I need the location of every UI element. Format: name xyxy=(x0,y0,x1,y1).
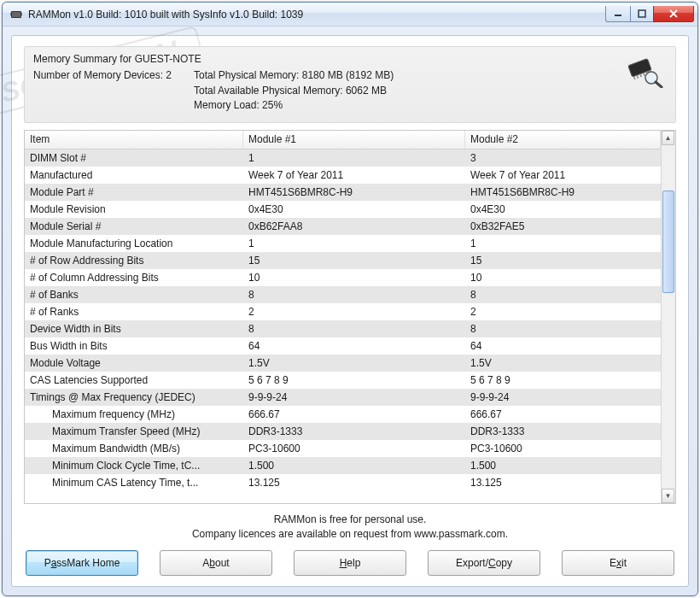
cell-item: DIMM Slot # xyxy=(25,152,243,164)
cell-item: Bus Width in Bits xyxy=(25,340,243,352)
col-header-m1[interactable]: Module #1 xyxy=(243,131,465,149)
exit-button[interactable]: Exit xyxy=(562,550,674,576)
cell-m2: 1 xyxy=(465,237,661,249)
scroll-up-arrow-icon[interactable]: ▲ xyxy=(662,131,674,145)
table-row[interactable]: Minimum Clock Cycle Time, tC...1.5001.50… xyxy=(25,457,661,474)
cell-item: Manufactured xyxy=(25,169,243,181)
button-row: PassMark Home About Help Export/Copy Exi… xyxy=(24,548,676,577)
cell-m2: 10 xyxy=(465,272,661,284)
table-row[interactable]: ManufacturedWeek 7 of Year 2011Week 7 of… xyxy=(25,167,661,184)
cell-m1: 1.5V xyxy=(243,357,465,369)
cell-m2: DDR3-1333 xyxy=(465,425,661,437)
cell-m1: DDR3-1333 xyxy=(243,425,465,437)
cell-item: Module Part # xyxy=(25,186,243,198)
svg-line-17 xyxy=(656,82,662,87)
scroll-down-arrow-icon[interactable]: ▼ xyxy=(662,489,674,503)
cell-item: Module Serial # xyxy=(25,220,243,232)
cell-m1: 1.500 xyxy=(243,460,465,472)
window-title: RAMMon v1.0 Build: 1010 built with SysIn… xyxy=(28,9,606,21)
table-row[interactable]: # of Ranks22 xyxy=(25,303,661,320)
about-button[interactable]: About xyxy=(160,550,272,576)
col-header-m2[interactable]: Module #2 xyxy=(465,131,661,149)
memory-table: Item Module #1 Module #2 DIMM Slot #13Ma… xyxy=(24,130,676,505)
cell-m2: 13.125 xyxy=(465,477,661,489)
cell-m1: 15 xyxy=(243,255,465,267)
table-row[interactable]: Maximum Transfer Speed (MHz)DDR3-1333DDR… xyxy=(25,423,661,440)
summary-total-physical: Total Physical Memory: 8180 MB (8192 MB) xyxy=(194,68,394,83)
summary-box: Memory Summary for GUEST-NOTE Number of … xyxy=(24,46,676,123)
cell-m1: 0xB62FAA8 xyxy=(243,220,465,232)
table-row[interactable]: Module Part #HMT451S6BMR8C-H9HMT451S6BMR… xyxy=(25,184,661,201)
titlebar[interactable]: RAMMon v1.0 Build: 1010 built with SysIn… xyxy=(3,3,697,26)
cell-item: Maximum Bandwidth (MB/s) xyxy=(25,443,243,454)
col-header-item[interactable]: Item xyxy=(25,131,243,149)
cell-item: # of Ranks xyxy=(25,306,243,318)
cell-m1: 1 xyxy=(243,152,465,164)
cell-m2: 8 xyxy=(465,323,661,335)
cell-item: Minimum CAS Latency Time, t... xyxy=(25,477,243,489)
main-panel: SOFTPORTAL www.softportal.com Memory Sum… xyxy=(11,35,689,587)
table-row[interactable]: # of Column Addressing Bits1010 xyxy=(25,269,661,286)
svg-rect-2 xyxy=(10,13,11,14)
passmark-home-button[interactable]: PassMark Home xyxy=(26,550,138,576)
footer-line2: Company licences are available on reques… xyxy=(24,527,676,542)
cell-m1: 8 xyxy=(243,323,465,335)
table-header[interactable]: Item Module #1 Module #2 xyxy=(25,131,661,150)
svg-line-13 xyxy=(644,73,645,76)
cell-m1: 666.67 xyxy=(243,408,465,420)
cell-m2: 9-9-9-24 xyxy=(465,391,661,403)
cell-item: Timings @ Max Frequency (JEDEC) xyxy=(25,391,243,403)
cell-item: Device Width in Bits xyxy=(25,323,243,335)
cell-m2: 5 6 7 8 9 xyxy=(465,374,661,386)
table-row[interactable]: # of Row Addressing Bits1515 xyxy=(25,252,661,269)
table-row[interactable]: Device Width in Bits88 xyxy=(25,320,661,337)
cell-m2: 1.5V xyxy=(465,357,661,369)
cell-m1: 64 xyxy=(243,340,465,352)
summary-total-available: Total Available Physical Memory: 6062 MB xyxy=(194,84,394,98)
cell-item: # of Banks xyxy=(25,289,243,301)
maximize-button[interactable] xyxy=(630,6,654,22)
cell-m1: 2 xyxy=(243,306,465,318)
table-row[interactable]: # of Banks88 xyxy=(25,286,661,303)
table-row[interactable]: Minimum CAS Latency Time, t...13.12513.1… xyxy=(25,474,661,491)
summary-title: Memory Summary for GUEST-NOTE xyxy=(33,52,667,67)
cell-m2: 15 xyxy=(465,255,661,267)
cell-m1: HMT451S6BMR8C-H9 xyxy=(243,186,465,198)
cell-m2: HMT451S6BMR8C-H9 xyxy=(465,186,661,198)
scrollbar[interactable]: ▲ ▼ xyxy=(661,131,675,504)
app-icon xyxy=(9,8,23,21)
table-row[interactable]: Module Serial #0xB62FAA80xB32FAE5 xyxy=(25,218,661,235)
table-row[interactable]: DIMM Slot #13 xyxy=(25,150,661,167)
cell-m1: 5 6 7 8 9 xyxy=(243,374,465,386)
cell-m1: 10 xyxy=(243,272,465,284)
table-row[interactable]: Bus Width in Bits6464 xyxy=(25,337,661,355)
export-copy-button[interactable]: Export/Copy xyxy=(428,550,540,576)
svg-rect-3 xyxy=(10,15,11,15)
table-row[interactable]: Module Manufacturing Location11 xyxy=(25,235,661,252)
cell-m2: 64 xyxy=(465,340,661,352)
table-row[interactable]: Timings @ Max Frequency (JEDEC)9-9-9-249… xyxy=(25,389,661,406)
svg-rect-4 xyxy=(21,13,22,14)
cell-m2: 8 xyxy=(465,289,661,301)
table-row[interactable]: CAS Latencies Supported5 6 7 8 95 6 7 8 … xyxy=(25,372,661,389)
table-row[interactable]: Module Revision0x4E300x4E30 xyxy=(25,201,661,218)
footer-text: RAMMon is free for personal use. Company… xyxy=(24,504,676,548)
svg-rect-7 xyxy=(639,10,645,17)
table-row[interactable]: Maximum frequency (MHz)666.67666.67 xyxy=(25,406,661,423)
cell-m2: 666.67 xyxy=(465,408,661,420)
svg-line-10 xyxy=(633,76,634,79)
cell-m2: 1.500 xyxy=(465,460,661,472)
table-row[interactable]: Module Voltage1.5V1.5V xyxy=(25,355,661,372)
footer-line1: RAMMon is free for personal use. xyxy=(24,513,676,527)
table-row[interactable]: Maximum Bandwidth (MB/s)PC3-10600PC3-106… xyxy=(25,440,661,457)
summary-devices: Number of Memory Devices: 2 xyxy=(33,68,172,113)
summary-memory-load: Memory Load: 25% xyxy=(194,98,394,113)
close-button[interactable] xyxy=(653,6,694,22)
chip-inspect-icon xyxy=(624,54,663,92)
client-area: SOFTPORTAL www.softportal.com Memory Sum… xyxy=(3,26,697,595)
scroll-thumb[interactable] xyxy=(662,191,674,293)
minimize-button[interactable] xyxy=(605,6,631,22)
cell-item: # of Row Addressing Bits xyxy=(25,255,243,267)
help-button[interactable]: Help xyxy=(294,550,406,576)
cell-m1: 13.125 xyxy=(243,477,465,489)
